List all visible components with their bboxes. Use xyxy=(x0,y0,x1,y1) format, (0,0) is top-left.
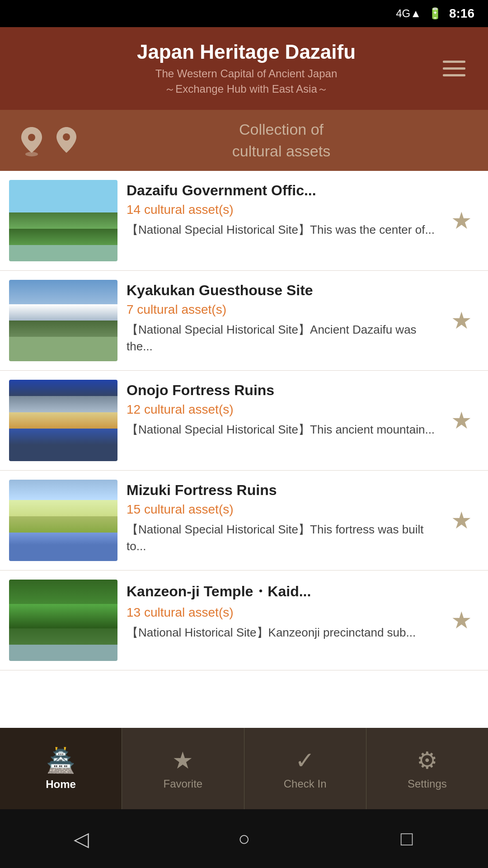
item-title-1: Dazaifu Government Offic... xyxy=(127,182,435,199)
item-image-1 xyxy=(9,180,117,261)
nav-item-settings[interactable]: ⚙ Settings xyxy=(366,728,488,809)
hamburger-line-2 xyxy=(443,67,465,70)
status-bar: 4G▲ 🔋 8:16 xyxy=(0,0,488,27)
item-star-4[interactable]: ★ xyxy=(444,480,479,561)
collection-text: Collection of cultural assets xyxy=(93,119,470,162)
collection-icons xyxy=(18,125,79,156)
favorite-nav-label: Favorite xyxy=(164,778,203,790)
checkin-nav-icon: ✓ xyxy=(295,747,315,774)
svg-point-2 xyxy=(63,133,70,141)
star-icon-5: ★ xyxy=(451,607,472,634)
item-title-4: Mizuki Fortress Ruins xyxy=(127,482,435,499)
item-desc-1: 【National Special Historical Site】This w… xyxy=(127,222,435,238)
header-center: Japan Heritage Dazaifu The Western Capit… xyxy=(54,41,438,96)
hamburger-line-3 xyxy=(443,74,465,76)
star-icon-2: ★ xyxy=(451,307,472,334)
home-button[interactable]: ○ xyxy=(226,821,262,857)
list-item[interactable]: Kyakukan Guesthouse Site 7 cultural asse… xyxy=(0,271,488,371)
clock: 8:16 xyxy=(449,6,474,21)
list-item[interactable]: Onojo Fortress Ruins 12 cultural asset(s… xyxy=(0,371,488,471)
item-desc-5: 【National Historical Site】Kanzeonji prec… xyxy=(127,624,435,641)
item-star-5[interactable]: ★ xyxy=(444,580,479,661)
item-title-5: Kanzeon-ji Temple・Kaid... xyxy=(127,582,435,602)
bottom-navigation: 🏯 Home ★ Favorite ✓ Check In ⚙ Settings xyxy=(0,728,488,809)
menu-button[interactable] xyxy=(438,56,470,81)
item-count-1: 14 cultural asset(s) xyxy=(127,203,435,217)
item-content-4: Mizuki Fortress Ruins 15 cultural asset(… xyxy=(127,480,435,561)
nav-item-home[interactable]: 🏯 Home xyxy=(0,728,122,809)
settings-nav-icon: ⚙ xyxy=(417,747,438,774)
item-star-3[interactable]: ★ xyxy=(444,380,479,461)
star-icon-4: ★ xyxy=(451,507,472,534)
svg-point-1 xyxy=(28,134,35,141)
app-subtitle: The Western Capital of Ancient Japan ～Ex… xyxy=(54,66,438,96)
item-content-3: Onojo Fortress Ruins 12 cultural asset(s… xyxy=(127,380,435,461)
app-title: Japan Heritage Dazaifu xyxy=(54,41,438,63)
star-icon-1: ★ xyxy=(451,207,472,234)
item-desc-3: 【National Special Historical Site】This a… xyxy=(127,421,435,438)
item-count-4: 15 cultural asset(s) xyxy=(127,502,435,517)
settings-nav-label: Settings xyxy=(408,778,447,790)
star-icon-3: ★ xyxy=(451,407,472,434)
item-count-3: 12 cultural asset(s) xyxy=(127,402,435,417)
item-title-3: Onojo Fortress Ruins xyxy=(127,382,435,399)
nav-item-checkin[interactable]: ✓ Check In xyxy=(244,728,366,809)
location-pin-icon[interactable] xyxy=(54,125,79,156)
item-image-3 xyxy=(9,380,117,461)
home-nav-icon: 🏯 xyxy=(46,747,75,774)
network-icon: 4G▲ xyxy=(396,7,421,20)
item-star-2[interactable]: ★ xyxy=(444,280,479,361)
item-title-2: Kyakukan Guesthouse Site xyxy=(127,282,435,299)
cultural-assets-list[interactable]: Dazaifu Government Offic... 14 cultural … xyxy=(0,171,488,804)
nav-item-favorite[interactable]: ★ Favorite xyxy=(122,728,244,809)
item-star-1[interactable]: ★ xyxy=(444,180,479,261)
system-navigation: ◁ ○ □ xyxy=(0,809,488,868)
home-nav-label: Home xyxy=(46,778,76,791)
recents-button[interactable]: □ xyxy=(389,821,425,857)
item-count-2: 7 cultural asset(s) xyxy=(127,302,435,317)
favorite-nav-icon: ★ xyxy=(172,747,193,774)
item-desc-2: 【National Special Historical Site】Ancien… xyxy=(127,321,435,354)
item-content-1: Dazaifu Government Offic... 14 cultural … xyxy=(127,180,435,261)
item-image-5 xyxy=(9,580,117,661)
item-content-2: Kyakukan Guesthouse Site 7 cultural asse… xyxy=(127,280,435,361)
list-item[interactable]: Mizuki Fortress Ruins 15 cultural asset(… xyxy=(0,471,488,571)
hamburger-line-1 xyxy=(443,61,465,63)
item-content-5: Kanzeon-ji Temple・Kaid... 13 cultural as… xyxy=(127,580,435,661)
location-pin-circle-icon[interactable] xyxy=(18,125,45,156)
item-image-2 xyxy=(9,280,117,361)
collection-bar: Collection of cultural assets xyxy=(0,110,488,171)
app-header: Japan Heritage Dazaifu The Western Capit… xyxy=(0,27,488,110)
list-item[interactable]: Dazaifu Government Offic... 14 cultural … xyxy=(0,171,488,271)
item-image-4 xyxy=(9,480,117,561)
list-item[interactable]: Kanzeon-ji Temple・Kaid... 13 cultural as… xyxy=(0,571,488,670)
back-button[interactable]: ◁ xyxy=(63,821,99,857)
battery-icon: 🔋 xyxy=(428,7,442,20)
item-count-5: 13 cultural asset(s) xyxy=(127,605,435,620)
checkin-nav-label: Check In xyxy=(284,778,327,790)
item-desc-4: 【National Special Historical Site】This f… xyxy=(127,521,435,554)
